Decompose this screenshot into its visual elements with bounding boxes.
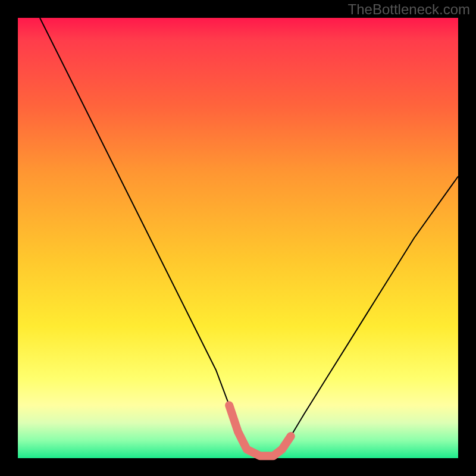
watermark-text: TheBottleneck.com	[348, 1, 470, 18]
optimal-range-highlight	[229, 405, 291, 456]
chart-svg	[18, 18, 458, 458]
chart-frame: TheBottleneck.com	[0, 0, 476, 476]
bottleneck-curve	[40, 18, 458, 456]
